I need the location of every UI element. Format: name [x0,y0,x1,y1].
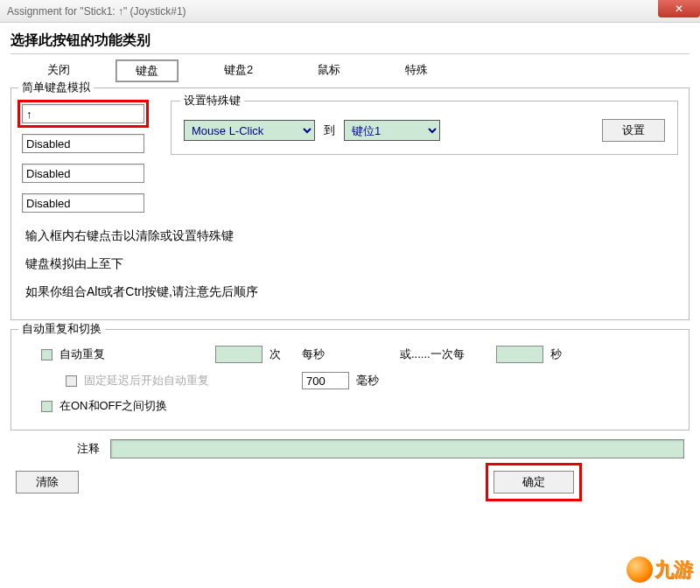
comment-label: 注释 [77,441,100,457]
window-title: Assignment for "Stick1: ↑" (Joystick#1) [7,5,186,18]
seconds-input[interactable] [496,346,543,363]
key-slot-2[interactable] [22,134,144,153]
tab-bar: 关闭 键盘 键盘2 鼠标 特殊 [28,60,690,82]
times-label: 次 [270,346,281,362]
titlebar: Assignment for "Stick1: ↑" (Joystick#1) … [0,0,700,23]
tab-keyboard2[interactable]: 键盘2 [205,60,272,82]
divider [10,53,690,54]
special-keys-group: 设置特殊键 Mouse L-Click 到 键位1 设置 [171,101,678,155]
autorepeat-label: 自动重复 [60,346,105,362]
key-slot-4[interactable] [22,193,144,213]
toggle-label: 在ON和OFF之间切换 [60,398,168,414]
hint-line-2: 键盘模拟由上至下 [25,256,678,272]
toggle-checkbox[interactable] [41,401,52,412]
key-slot-3[interactable] [22,164,144,183]
comment-input[interactable] [110,439,684,458]
persec-label: 每秒 [302,346,325,362]
seconds-label: 秒 [550,346,562,362]
key-slot-1[interactable] [22,104,144,123]
simple-keyboard-group: 简单键盘模拟 设置特殊键 Mouse L-Click 到 键位1 [10,88,690,320]
delay-ms-input[interactable] [302,372,349,389]
special-keys-legend: 设置特殊键 [180,93,244,108]
watermark-text: 九游 [654,556,693,583]
window-close-button[interactable]: ✕ [658,0,700,18]
clear-button[interactable]: 清除 [16,471,79,494]
autorepeat-legend: 自动重复和切换 [18,321,105,337]
hint-line-1: 输入框内右键点击以清除或设置特殊键 [25,228,678,244]
ms-label: 毫秒 [356,373,379,388]
page-heading: 选择此按钮的功能类别 [10,32,690,50]
autorepeat-group: 自动重复和切换 自动重复 次 每秒 或......一次每 秒 固定延迟后开始自动… [10,329,690,430]
jiuyou-icon [626,556,653,583]
times-input[interactable] [215,346,262,363]
slot-target-select[interactable]: 键位1 [344,120,440,141]
or-every-label: 或......一次每 [400,346,465,362]
set-button[interactable]: 设置 [602,119,665,142]
simple-keyboard-legend: 简单键盘模拟 [18,80,94,95]
fixed-delay-label: 固定延迟后开始自动重复 [84,373,209,388]
autorepeat-checkbox[interactable] [41,349,52,360]
fixed-delay-checkbox [66,375,77,387]
tab-mouse[interactable]: 鼠标 [298,60,360,82]
special-key-select[interactable]: Mouse L-Click [184,120,315,141]
to-label: 到 [324,122,335,138]
watermark-logo: 九游 [626,556,693,583]
ok-button[interactable]: 确定 [494,471,574,494]
tab-keyboard[interactable]: 键盘 [116,60,178,82]
close-icon: ✕ [675,3,683,15]
hint-line-3: 如果你组合Alt或者Ctrl按键,请注意先后顺序 [25,284,678,300]
tab-special[interactable]: 特殊 [386,60,447,82]
